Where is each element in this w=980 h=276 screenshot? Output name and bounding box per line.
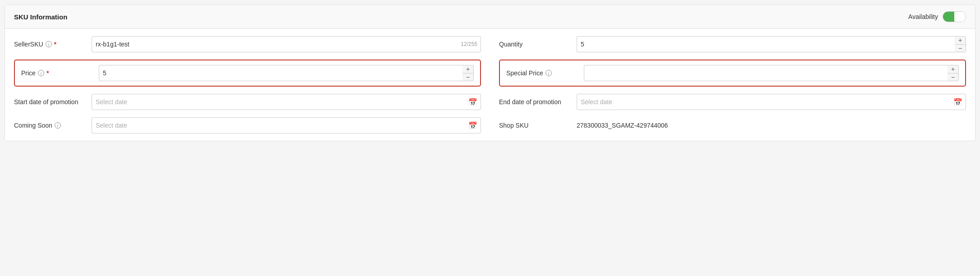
price-stepper: + − [462, 65, 474, 81]
coming-soon-input[interactable] [92, 117, 481, 133]
seller-sku-input-wrapper: 12/255 [92, 36, 481, 52]
special-price-decrement-button[interactable]: − [948, 74, 958, 81]
price-label: Price i * [21, 69, 93, 77]
end-date-row: End date of promotion 📅 [499, 94, 966, 110]
panel-title: SKU Information [14, 13, 67, 21]
toggle-off-segment [954, 12, 966, 22]
shop-sku-row: Shop SKU 278300033_SGAMZ-429744006 [499, 122, 966, 129]
availability-container: Availability [908, 11, 966, 22]
coming-soon-input-wrapper: 📅 [92, 117, 481, 133]
seller-sku-row: SellerSKU i * 12/255 [14, 36, 481, 52]
quantity-input[interactable] [577, 36, 955, 52]
end-date-input[interactable] [577, 94, 966, 110]
quantity-input-wrapper: + − [577, 36, 966, 52]
panel-body: SellerSKU i * 12/255 Quantity + [5, 29, 975, 141]
special-price-input[interactable] [584, 65, 948, 81]
toggle-on-segment [943, 12, 954, 22]
seller-sku-info-icon[interactable]: i [46, 41, 52, 47]
special-price-stepper: + − [948, 65, 959, 81]
special-price-info-icon[interactable]: i [545, 70, 552, 76]
price-required: * [46, 69, 49, 77]
quantity-stepper: + − [955, 36, 966, 52]
start-date-input[interactable] [92, 94, 481, 110]
coming-soon-info-icon[interactable]: i [55, 122, 61, 129]
end-date-label: End date of promotion [499, 98, 571, 106]
special-price-highlighted-box: Special Price i + − [499, 60, 966, 87]
special-price-input-wrapper: + − [584, 65, 959, 81]
price-input[interactable] [99, 65, 462, 81]
price-increment-button[interactable]: + [462, 65, 473, 74]
panel-header: SKU Information Availability [5, 5, 975, 29]
shop-sku-label: Shop SKU [499, 122, 571, 129]
price-highlighted-box: Price i * + − [14, 60, 481, 87]
end-date-input-wrapper: 📅 [577, 94, 966, 110]
seller-sku-required: * [54, 41, 56, 48]
quantity-decrement-button[interactable]: − [955, 45, 966, 52]
price-decrement-button[interactable]: − [462, 74, 473, 81]
special-price-increment-button[interactable]: + [948, 65, 958, 74]
quantity-label: Quantity [499, 41, 571, 48]
price-info-icon[interactable]: i [38, 70, 44, 76]
coming-soon-row: Coming Soon i 📅 [14, 117, 481, 133]
start-date-input-wrapper: 📅 [92, 94, 481, 110]
price-input-wrapper: + − [99, 65, 474, 81]
coming-soon-label: Coming Soon i [14, 122, 86, 129]
start-date-label: Start date of promotion [14, 98, 86, 106]
shop-sku-value: 278300033_SGAMZ-429744006 [577, 122, 668, 129]
availability-label: Availability [908, 13, 938, 20]
quantity-row: Quantity + − [499, 36, 966, 52]
seller-sku-label: SellerSKU i * [14, 41, 86, 48]
seller-sku-input[interactable] [92, 36, 481, 52]
special-price-label: Special Price i [506, 69, 578, 77]
start-date-row: Start date of promotion 📅 [14, 94, 481, 110]
sku-information-panel: SKU Information Availability SellerSKU i… [5, 5, 975, 141]
availability-toggle[interactable] [943, 11, 966, 22]
quantity-increment-button[interactable]: + [955, 37, 966, 45]
